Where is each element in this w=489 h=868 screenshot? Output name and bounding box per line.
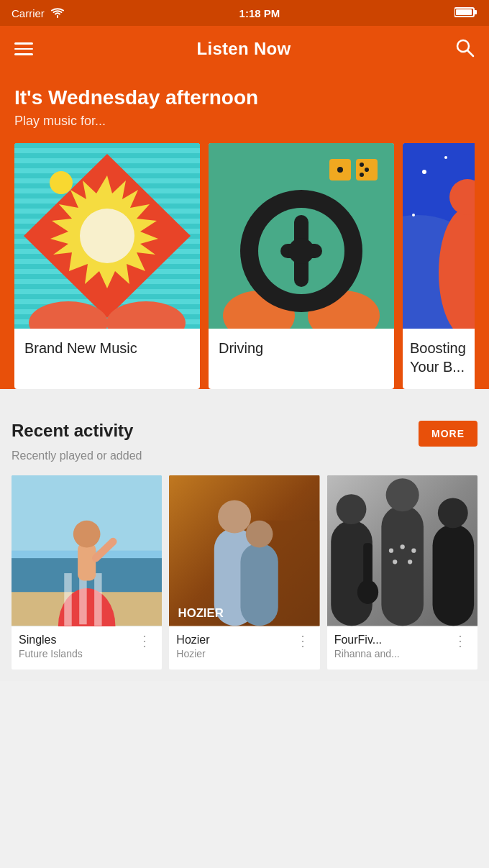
svg-point-62 bbox=[400, 544, 404, 549]
page-title: Listen Now bbox=[196, 39, 291, 59]
recent-activity-section: Recent activity MORE Recently played or … bbox=[0, 403, 489, 680]
svg-rect-41 bbox=[94, 573, 101, 626]
svg-point-11 bbox=[80, 209, 134, 263]
svg-point-61 bbox=[388, 549, 393, 553]
card-3-art bbox=[403, 143, 475, 329]
album-hozier-name: Hozier bbox=[176, 634, 292, 647]
menu-button[interactable] bbox=[14, 42, 33, 55]
svg-point-49 bbox=[218, 501, 251, 534]
status-right bbox=[454, 6, 477, 20]
album-singles-name: Singles bbox=[19, 634, 134, 647]
album-hozier[interactable]: HOZIER Hozier Hozier ⋮ bbox=[169, 475, 319, 669]
svg-rect-66 bbox=[432, 524, 474, 626]
album-fourfive-artist: Rihanna and... bbox=[334, 648, 450, 659]
album-hozier-info: Hozier Hozier ⋮ bbox=[169, 626, 319, 670]
svg-rect-1 bbox=[456, 9, 472, 15]
svg-point-31 bbox=[422, 170, 426, 174]
svg-point-43 bbox=[73, 521, 101, 548]
svg-point-60 bbox=[385, 478, 419, 511]
album-hozier-menu[interactable]: ⋮ bbox=[293, 632, 313, 649]
card-2-image bbox=[209, 143, 394, 329]
album-fourfive-cover bbox=[327, 475, 477, 626]
card-1-label: Brand New Music bbox=[14, 329, 200, 370]
status-left: Carrier bbox=[12, 7, 65, 19]
carrier-label: Carrier bbox=[12, 7, 45, 19]
album-hozier-text: Hozier Hozier bbox=[176, 634, 292, 659]
svg-rect-50 bbox=[241, 543, 278, 626]
album-fourfive[interactable]: FourFiv... Rihanna and... ⋮ bbox=[327, 475, 477, 669]
svg-point-51 bbox=[246, 521, 273, 548]
svg-point-64 bbox=[393, 559, 397, 564]
recent-header-text: Recent activity bbox=[12, 421, 133, 441]
card-3-label: BoostingYour B... bbox=[403, 329, 475, 389]
svg-rect-2 bbox=[474, 10, 477, 14]
album-singles-text: Singles Future Islands bbox=[19, 634, 134, 659]
album-fourfive-name: FourFiv... bbox=[334, 634, 450, 647]
playlist-cards: Brand New Music bbox=[14, 143, 475, 389]
svg-point-33 bbox=[412, 214, 415, 216]
album-singles-artist: Future Islands bbox=[19, 648, 134, 659]
recent-subtitle: Recently played or added bbox=[12, 449, 477, 462]
recent-title: Recent activity bbox=[12, 421, 133, 441]
svg-rect-59 bbox=[381, 506, 424, 626]
svg-rect-39 bbox=[64, 573, 71, 626]
svg-rect-42 bbox=[78, 543, 96, 580]
hero-section: It's Wednesday afternoon Play music for.… bbox=[0, 72, 489, 389]
hozier-art: HOZIER bbox=[169, 475, 319, 626]
album-fourfive-menu[interactable]: ⋮ bbox=[450, 632, 470, 649]
menu-line-3 bbox=[14, 53, 33, 55]
svg-point-65 bbox=[408, 559, 412, 564]
svg-point-58 bbox=[357, 580, 378, 604]
album-singles[interactable]: Singles Future Islands ⋮ bbox=[12, 475, 162, 669]
battery-icon bbox=[454, 6, 477, 20]
svg-point-63 bbox=[411, 549, 416, 553]
hero-greeting: It's Wednesday afternoon bbox=[14, 86, 475, 109]
svg-point-56 bbox=[336, 494, 366, 524]
singles-art bbox=[12, 475, 162, 626]
search-button[interactable] bbox=[454, 37, 475, 60]
recent-header: Recent activity MORE bbox=[12, 421, 477, 447]
svg-point-32 bbox=[444, 156, 447, 159]
card-2-label: Driving bbox=[209, 329, 394, 370]
card-2-art bbox=[209, 143, 394, 329]
menu-line-2 bbox=[14, 48, 33, 50]
card-boost[interactable]: BoostingYour B... bbox=[403, 143, 475, 389]
svg-point-12 bbox=[50, 171, 73, 194]
card-2-svg bbox=[209, 143, 394, 329]
card-driving[interactable]: Driving bbox=[209, 143, 394, 389]
album-singles-info: Singles Future Islands ⋮ bbox=[12, 626, 162, 670]
status-bar: Carrier 1:18 PM bbox=[0, 0, 489, 26]
albums-grid: Singles Future Islands ⋮ bbox=[12, 475, 477, 669]
album-fourfive-info: FourFiv... Rihanna and... ⋮ bbox=[327, 626, 477, 670]
wifi-icon bbox=[50, 7, 65, 19]
section-divider bbox=[0, 389, 489, 403]
card-3-image bbox=[403, 143, 475, 329]
svg-point-24 bbox=[360, 163, 364, 167]
time-display: 1:18 PM bbox=[239, 7, 280, 19]
album-fourfive-text: FourFiv... Rihanna and... bbox=[334, 634, 450, 659]
svg-point-67 bbox=[438, 498, 468, 529]
hero-subtitle: Play music for... bbox=[14, 114, 475, 129]
card-3-svg bbox=[403, 143, 475, 329]
fourfive-art bbox=[327, 475, 477, 626]
header: Listen Now bbox=[0, 26, 489, 72]
album-singles-cover bbox=[12, 475, 162, 626]
svg-text:HOZIER: HOZIER bbox=[178, 606, 224, 620]
svg-line-4 bbox=[467, 50, 473, 56]
svg-point-20 bbox=[288, 238, 314, 264]
svg-point-23 bbox=[337, 167, 343, 173]
card-1-art bbox=[14, 143, 200, 329]
album-singles-menu[interactable]: ⋮ bbox=[134, 632, 155, 649]
card-1-content bbox=[14, 143, 200, 329]
album-hozier-cover: HOZIER bbox=[169, 475, 319, 626]
card-brand-new-music[interactable]: Brand New Music bbox=[14, 143, 200, 389]
card-1-svg bbox=[14, 143, 200, 329]
more-button[interactable]: MORE bbox=[419, 421, 477, 447]
menu-line-1 bbox=[14, 42, 33, 45]
svg-point-26 bbox=[360, 173, 364, 177]
album-hozier-artist: Hozier bbox=[176, 648, 292, 659]
svg-point-25 bbox=[365, 168, 369, 172]
card-1-image bbox=[14, 143, 200, 329]
